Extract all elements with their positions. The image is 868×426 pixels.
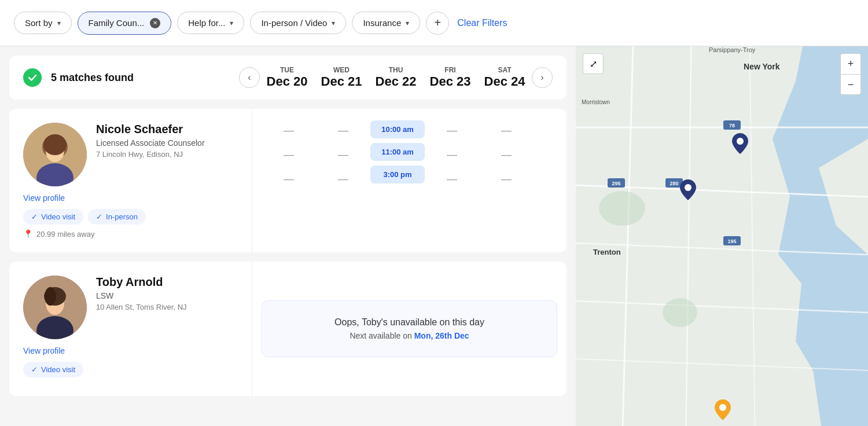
day-name: TUE	[262, 66, 312, 74]
next-available-link-toby[interactable]: Mon, 26th Dec	[414, 331, 469, 340]
check-icon-video-toby: ✓	[31, 365, 38, 374]
day-date: Dec 20	[262, 74, 312, 89]
distance-nicole: 📍 20.99 miles away	[23, 229, 238, 238]
add-filter-button[interactable]: +	[426, 12, 449, 35]
badge-inperson-nicole: ✓ In-person	[88, 209, 146, 225]
add-icon: +	[434, 16, 441, 30]
slot-dash: —	[316, 145, 370, 164]
day-name: THU	[371, 66, 421, 74]
date-next-button[interactable]: ›	[532, 67, 553, 88]
toolbar: Sort by ▾ Family Coun... ✕ Help for... ▾…	[0, 0, 868, 46]
date-col-wed: WED Dec 21	[314, 66, 369, 89]
slot-dash: —	[262, 145, 316, 164]
help-for-label: Help for...	[188, 18, 225, 28]
family-counselor-close-icon[interactable]: ✕	[150, 18, 160, 28]
avatar-placeholder-toby	[23, 276, 87, 339]
family-counselor-button[interactable]: Family Coun... ✕	[78, 12, 172, 35]
map-pin-1[interactable]	[732, 133, 748, 154]
help-for-chevron-icon: ▾	[230, 19, 233, 27]
provider-address-toby: 10 Allen St, Toms River, NJ	[96, 303, 238, 311]
svg-point-5	[43, 134, 67, 155]
left-panel: 5 matches found ‹ TUE Dec 20 WED Dec 21 …	[0, 46, 576, 426]
view-profile-nicole[interactable]: View profile	[23, 193, 65, 203]
svg-text:Trenton: Trenton	[593, 248, 621, 256]
date-prev-button[interactable]: ‹	[239, 67, 260, 88]
avatar-nicole	[23, 123, 87, 186]
location-pin-icon-nicole: 📍	[23, 229, 33, 238]
day-date: Dec 23	[425, 74, 475, 89]
sort-by-button[interactable]: Sort by ▾	[14, 12, 72, 34]
matches-text: 5 matches found	[51, 72, 134, 84]
avatar-toby	[23, 276, 87, 339]
availability-nicole: ——————10:00 am11:00 am3:00 pm——————	[252, 109, 567, 252]
provider-name-toby: Toby Arnold	[96, 276, 238, 289]
date-col-fri: FRI Dec 23	[423, 66, 477, 89]
unavailable-title-toby: Oops, Toby's unavailable on this day	[285, 317, 534, 328]
badge-video-toby: ✓ Video visit	[23, 362, 83, 377]
svg-point-35	[685, 184, 692, 191]
day-name: WED	[317, 66, 366, 74]
in-person-video-label: In-person / Video	[261, 18, 327, 28]
slot-button[interactable]: 11:00 am	[370, 143, 425, 161]
slot-dash: —	[262, 120, 316, 140]
insurance-button[interactable]: Insurance ▾	[352, 12, 420, 34]
slot-dash: —	[479, 145, 534, 164]
chevron-right-icon: ›	[540, 72, 543, 83]
date-columns: TUE Dec 20 WED Dec 21 THU Dec 22 FRI Dec…	[260, 66, 532, 89]
slot-button[interactable]: 3:00 pm	[370, 166, 425, 183]
avatar-placeholder-nicole	[23, 123, 87, 186]
day-name: FRI	[425, 66, 475, 74]
provider-header-nicole: Nicole Schaefer Licensed Associate Couns…	[23, 123, 238, 186]
help-for-button[interactable]: Help for... ▾	[177, 12, 244, 34]
map-fullscreen-button[interactable]: ⤢	[583, 53, 604, 74]
avail-col-0: ———	[262, 120, 316, 189]
svg-text:295: 295	[612, 181, 620, 186]
zoom-in-button[interactable]: +	[840, 53, 861, 74]
matches-header: 5 matches found ‹ TUE Dec 20 WED Dec 21 …	[9, 56, 567, 100]
slot-dash: —	[479, 120, 534, 140]
map-pin-3[interactable]	[715, 399, 731, 420]
matches-check-icon	[23, 68, 42, 87]
svg-point-10	[45, 287, 56, 306]
day-date: Dec 22	[371, 74, 421, 89]
date-navigation: ‹ TUE Dec 20 WED Dec 21 THU Dec 22 FRI D…	[239, 66, 553, 89]
avail-col-2: 10:00 am11:00 am3:00 pm	[370, 120, 425, 189]
chevron-left-icon: ‹	[248, 72, 251, 83]
provider-title-toby: LSW	[96, 291, 238, 300]
zoom-in-icon: +	[848, 58, 854, 70]
badges-toby: ✓ Video visit	[23, 362, 238, 377]
check-icon-video-nicole: ✓	[31, 212, 38, 221]
slot-button[interactable]: 10:00 am	[370, 120, 425, 138]
provider-details-nicole: Nicole Schaefer Licensed Associate Couns…	[96, 123, 238, 166]
date-col-tue: TUE Dec 20	[260, 66, 314, 89]
check-icon-inperson-nicole: ✓	[96, 212, 102, 221]
clear-filters-button[interactable]: Clear Filters	[457, 18, 507, 28]
badge-video-label-nicole: Video visit	[41, 212, 75, 221]
insurance-label: Insurance	[363, 18, 401, 28]
view-profile-toby[interactable]: View profile	[23, 346, 65, 355]
in-person-video-chevron-icon: ▾	[332, 19, 335, 27]
avail-col-4: ———	[479, 120, 534, 189]
svg-text:Parsippany-Troy: Parsippany-Troy	[709, 46, 756, 53]
notice-box-toby: Oops, Toby's unavailable on this day Nex…	[262, 300, 557, 357]
avail-col-1: ———	[316, 120, 370, 189]
fullscreen-icon: ⤢	[590, 58, 597, 69]
main-content: 5 matches found ‹ TUE Dec 20 WED Dec 21 …	[0, 46, 868, 426]
map-svg: 295 280 78 195 New York Trenton Parsippa…	[576, 46, 868, 426]
svg-text:78: 78	[729, 123, 735, 128]
avail-col-3: ———	[425, 120, 479, 189]
provider-header-toby: Toby Arnold LSW 10 Allen St, Toms River,…	[23, 276, 238, 339]
slot-dash: —	[425, 120, 479, 140]
family-counselor-label: Family Coun...	[89, 18, 145, 28]
slot-dash: —	[262, 169, 316, 189]
unavailable-next-toby: Next available on Mon, 26th Dec	[285, 331, 534, 340]
sort-by-label: Sort by	[25, 18, 53, 28]
svg-point-32	[599, 191, 645, 226]
slot-dash: —	[479, 169, 534, 189]
map-background: 295 280 78 195 New York Trenton Parsippa…	[576, 46, 868, 426]
zoom-out-button[interactable]: −	[840, 74, 861, 95]
map-pin-2[interactable]	[680, 179, 696, 200]
map-panel: 295 280 78 195 New York Trenton Parsippa…	[576, 46, 868, 426]
in-person-video-button[interactable]: In-person / Video ▾	[250, 12, 346, 34]
badge-video-label-toby: Video visit	[41, 365, 75, 374]
